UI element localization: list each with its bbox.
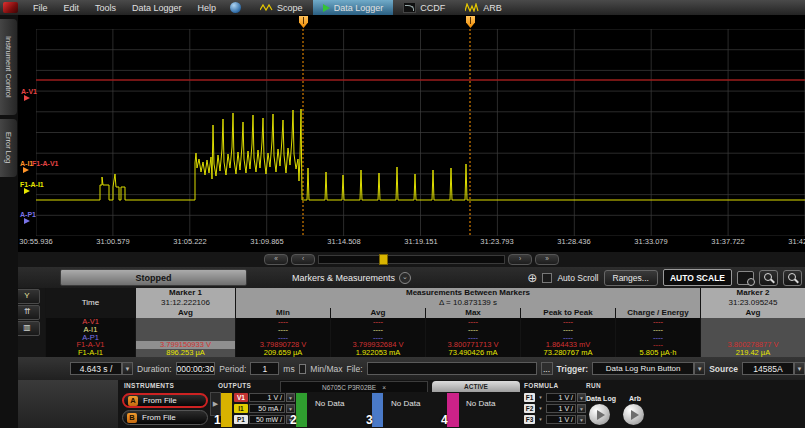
marker1-stat: Avg: [135, 308, 235, 318]
auto-scale-button[interactable]: AUTO SCALE: [663, 269, 732, 286]
trigger-label: Trigger:: [557, 364, 589, 374]
tab-scope[interactable]: Scope: [250, 0, 313, 15]
scroll-last-button[interactable]: »: [535, 254, 559, 265]
marker2-handle[interactable]: [466, 16, 475, 28]
channel-label-a-v1[interactable]: A-V1: [21, 88, 37, 95]
minmax-checkbox[interactable]: [299, 364, 307, 374]
menu-file[interactable]: File: [25, 3, 56, 13]
channel-label-a-i1[interactable]: A-I1: [20, 160, 33, 167]
chevron-down-icon[interactable]: ▾: [536, 404, 545, 413]
tab-arb[interactable]: ARB: [455, 0, 512, 15]
scroll-prev-button[interactable]: ‹: [291, 254, 315, 265]
trigger-dropdown[interactable]: Data Log Run Button ▼: [592, 362, 705, 375]
f3-scale-value[interactable]: 1 V /: [546, 415, 576, 424]
tab-ccdf[interactable]: CCDF: [393, 0, 455, 15]
col-avg[interactable]: Avg: [330, 308, 425, 318]
tab-data-logger[interactable]: Data Logger: [313, 0, 394, 15]
selected-cell[interactable]: 3.799150933 V: [135, 341, 235, 349]
zoom-in-icon[interactable]: [759, 270, 778, 286]
marker2-header[interactable]: Marker 2: [700, 288, 805, 298]
chevron-down-icon[interactable]: ⌄: [399, 272, 411, 284]
app-window: File Edit Tools Data Logger Help Scope D…: [0, 0, 805, 428]
chevron-down-icon[interactable]: ▼: [577, 404, 586, 413]
crosshair-icon[interactable]: ⊕: [527, 272, 537, 284]
v1-scale-value[interactable]: 1 V /: [249, 393, 285, 402]
scroll-next-button[interactable]: ›: [508, 254, 532, 265]
menu-help[interactable]: Help: [190, 3, 225, 13]
info-icon[interactable]: [230, 2, 241, 13]
auto-scroll-checkbox[interactable]: [542, 273, 552, 283]
chevron-down-icon[interactable]: ▼: [286, 404, 295, 413]
menu-tools[interactable]: Tools: [87, 3, 124, 13]
col-max[interactable]: Max: [425, 308, 520, 318]
browse-button[interactable]: ...: [541, 362, 553, 375]
x-tick: 31:37.722: [711, 237, 744, 246]
table-row-f1-a-v1[interactable]: F1-A-V1 3.799150933 V 3.79890728 V 3.799…: [45, 341, 805, 349]
zoom-region-icon[interactable]: [737, 271, 754, 285]
chevron-down-icon[interactable]: ▼: [577, 415, 586, 424]
timebase-dropdown[interactable]: 4.643 s / ▼: [70, 362, 133, 375]
source-a-from-file-button[interactable]: A From File: [122, 393, 208, 408]
col-min[interactable]: Min: [235, 308, 330, 318]
channel-label-f1-a-v1[interactable]: F1-A-V1: [32, 160, 58, 167]
output3-color-bar: [372, 393, 383, 427]
datalog-run-button[interactable]: [589, 404, 610, 425]
period-field[interactable]: 1: [250, 362, 279, 375]
strip-chart[interactable]: A-V1 F1-A-V1 A-I1 F1-A-I1 A-P1 30:55.936…: [18, 15, 805, 252]
chevron-down-icon[interactable]: ▾: [536, 415, 545, 424]
col-charge-energy[interactable]: Charge / Energy: [615, 308, 700, 318]
x-tick: 31:28.436: [557, 237, 590, 246]
f2-badge: F2: [524, 404, 535, 413]
source-b-from-file-button[interactable]: B From File: [122, 410, 208, 425]
table-row-a-i1[interactable]: A-I1 ---- ---- ---- ---- ----: [45, 326, 805, 334]
i1-scale-value[interactable]: 50 mA /: [249, 404, 285, 413]
chevron-down-icon[interactable]: ▾: [536, 393, 545, 402]
run-header: RUN: [586, 382, 601, 389]
menu-data-logger[interactable]: Data Logger: [124, 3, 190, 13]
plot-area[interactable]: [36, 29, 805, 236]
chevron-down-icon[interactable]: ▼: [122, 362, 133, 375]
source-dropdown[interactable]: 14585A ▼: [742, 362, 805, 375]
close-icon[interactable]: ×: [382, 384, 386, 391]
ccdf-icon: [403, 2, 416, 13]
f1-scale-value[interactable]: 1 V /: [546, 393, 576, 402]
marker1-time: 31:12.222106: [135, 298, 235, 308]
zoom-out-icon[interactable]: [783, 270, 802, 286]
chevron-down-icon[interactable]: ▼: [794, 362, 805, 375]
x-tick: 30:55.936: [19, 237, 52, 246]
sidebar-tab-instrument-control[interactable]: Instrument Control: [0, 19, 17, 115]
table-row-f1-a-i1[interactable]: F1-A-I1 896.253 µA 209.659 µA 1.922053 m…: [45, 349, 805, 357]
formula-header: FORMULA: [524, 382, 559, 389]
scroll-handle[interactable]: [379, 254, 388, 265]
col-peak-to-peak[interactable]: Peak to Peak: [520, 308, 615, 318]
marker1-header[interactable]: Marker 1: [135, 288, 235, 298]
marker1-handle[interactable]: [299, 16, 308, 28]
output2-number: 2: [290, 413, 297, 427]
datalog-file-tab[interactable]: N6705C P3R02BE ×: [280, 381, 428, 392]
ranges-button[interactable]: Ranges...: [604, 270, 658, 286]
table-row-a-p1[interactable]: A-P1 ---- ---- ---- ---- ----: [45, 334, 805, 342]
menu-edit[interactable]: Edit: [56, 3, 88, 13]
trigger-value: Data Log Run Button: [592, 362, 694, 375]
x-tick: 31:00.579: [96, 237, 129, 246]
chevron-down-icon[interactable]: ▼: [694, 362, 705, 375]
arb-run-button[interactable]: [623, 404, 644, 425]
channel-arrow-f1-a-i1: [24, 188, 30, 194]
sidebar: Instrument Control Error Log: [0, 15, 18, 428]
chevron-down-icon[interactable]: ▼: [286, 393, 295, 402]
scroll-track[interactable]: [318, 255, 505, 264]
duration-field[interactable]: 000:00:30: [176, 362, 216, 375]
f2-scale-value[interactable]: 1 V /: [546, 404, 576, 413]
chevron-down-icon[interactable]: ▼: [577, 393, 586, 402]
x-tick: 31:42.365: [788, 237, 805, 246]
table-row-a-v1[interactable]: A-V1 ---- ---- ---- ---- ----: [45, 318, 805, 326]
scroll-first-button[interactable]: «: [264, 254, 288, 265]
file-field[interactable]: [367, 362, 537, 375]
active-tab[interactable]: ACTIVE: [432, 381, 520, 392]
sidebar-tab-error-log[interactable]: Error Log: [0, 119, 17, 177]
channel-label-a-p1[interactable]: A-P1: [20, 211, 36, 218]
channel-label-f1-a-i1[interactable]: F1-A-I1: [20, 181, 44, 188]
status-stopped-button[interactable]: Stopped: [60, 269, 247, 286]
markers-measurements-panel-toggle[interactable]: Markers & Measurements ⌄: [292, 272, 411, 284]
p1-scale-value[interactable]: 50 mW /: [249, 415, 285, 424]
